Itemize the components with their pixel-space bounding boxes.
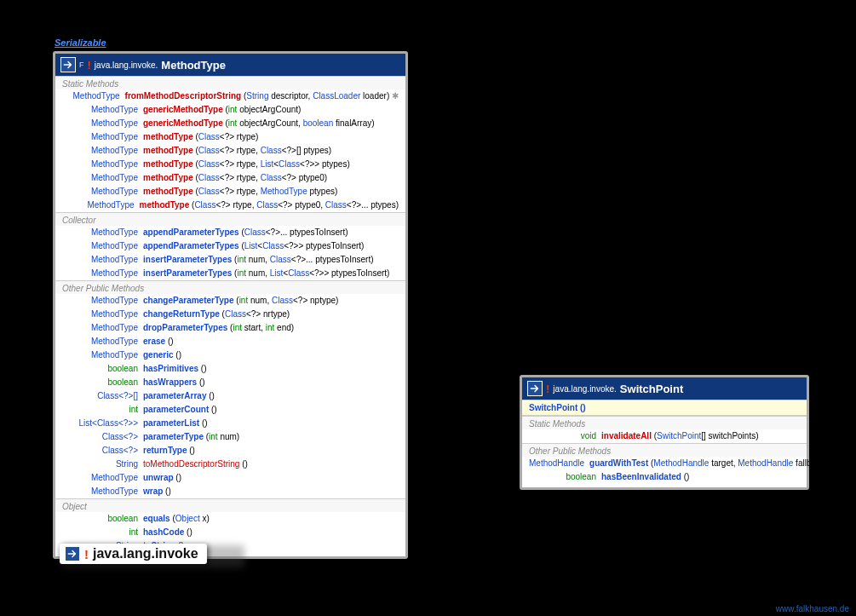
nav-arrow-icon[interactable] (60, 57, 76, 72)
method-row: MethodTypegenericMethodType (int objectA… (55, 117, 405, 130)
section-other-public: Other Public Methods (522, 443, 807, 457)
method-row: MethodTypeappendParameterTypes (Class<?>… (55, 226, 405, 239)
method-row: MethodTypeerase () (55, 335, 405, 348)
nav-arrow-icon[interactable] (527, 381, 543, 396)
method-row: Class<?>[]parameterArray () (55, 389, 405, 403)
method-row: MethodHandleguardWithTest (MethodHandle … (522, 457, 807, 470)
method-list-static: MethodTypefromMethodDescriptorString (St… (55, 89, 405, 212)
class-header-switchpoint: ! java.lang.invoke.SwitchPoint (522, 377, 807, 400)
method-row: MethodTypeunwrap () (55, 471, 405, 485)
class-package: java.lang.invoke. (95, 60, 158, 70)
method-row: Class<?>parameterType (int num) (55, 430, 405, 444)
section-static-methods: Static Methods (522, 416, 807, 429)
since-icon: ! (84, 547, 89, 561)
method-list-other: MethodHandleguardWithTest (MethodHandle … (522, 457, 807, 484)
method-row: MethodTypegeneric () (55, 348, 405, 362)
method-row: booleanhasPrimitives () (55, 362, 405, 376)
section-object: Object (55, 498, 405, 512)
method-row: MethodTypewrap () (55, 485, 405, 498)
constructor: SwitchPoint () (522, 400, 807, 416)
section-other-public: Other Public Methods (55, 280, 405, 294)
method-row: MethodTypemethodType (Class<?> rtype, Cl… (55, 171, 405, 185)
method-row: booleanhasBeenInvalidated () (522, 470, 807, 484)
method-row: MethodTypemethodType (Class<?> rtype, Cl… (55, 199, 405, 212)
watermark: www.falkhausen.de (776, 604, 849, 613)
method-row: MethodTypechangeReturnType (Class<?> nrt… (55, 308, 405, 321)
method-list-collector: MethodTypeappendParameterTypes (Class<?>… (55, 226, 405, 280)
method-row: booleanequals (Object x) (55, 512, 405, 526)
method-row: intparameterCount () (55, 403, 405, 417)
method-row: MethodTypemethodType (Class<?> rtype) (55, 130, 405, 144)
method-row: MethodTypemethodType (Class<?> rtype, Li… (55, 158, 405, 171)
method-row: inthashCode () (55, 526, 405, 539)
method-row: MethodTypedropParameterTypes (int start,… (55, 321, 405, 335)
method-list-other: MethodTypechangeParameterType (int num, … (55, 294, 405, 498)
method-row: voidinvalidateAll (SwitchPoint[] switchP… (522, 429, 807, 443)
method-row: MethodTypechangeParameterType (int num, … (55, 294, 405, 308)
package-title: java.lang.invoke (93, 546, 198, 561)
section-collector: Collector (55, 212, 405, 226)
class-package: java.lang.invoke. (553, 384, 617, 394)
method-row: StringtoMethodDescriptorString () (55, 458, 405, 471)
serializable-link[interactable]: Serializable (55, 37, 106, 48)
nav-arrow-icon[interactable] (65, 546, 80, 561)
class-box-methodtype: F ! java.lang.invoke.MethodType Static M… (53, 51, 408, 559)
method-row: MethodTypemethodType (Class<?> rtype, Cl… (55, 144, 405, 158)
method-row: booleanhasWrappers () (55, 376, 405, 389)
section-static-methods: Static Methods (55, 76, 405, 89)
class-header-methodtype: F ! java.lang.invoke.MethodType (55, 54, 405, 76)
class-name: SwitchPoint (620, 383, 683, 395)
method-row: MethodTypefromMethodDescriptorString (St… (55, 89, 405, 103)
method-row: MethodTypeappendParameterTypes (List<Cla… (55, 239, 405, 253)
method-row: List<Class<?>>parameterList () (55, 417, 405, 430)
method-row: MethodTypegenericMethodType (int objectA… (55, 103, 405, 117)
final-modifier: F (79, 60, 84, 69)
package-badge: ! java.lang.invoke (60, 544, 207, 564)
method-row: MethodTypemethodType (Class<?> rtype, Me… (55, 185, 405, 199)
class-box-switchpoint: ! java.lang.invoke.SwitchPoint SwitchPoi… (520, 375, 809, 490)
method-row: MethodTypeinsertParameterTypes (int num,… (55, 267, 405, 280)
method-row: Class<?>returnType () (55, 444, 405, 458)
method-row: MethodTypeinsertParameterTypes (int num,… (55, 253, 405, 267)
since-icon: ! (546, 383, 549, 395)
method-list-static: voidinvalidateAll (SwitchPoint[] switchP… (522, 429, 807, 443)
since-icon: ! (88, 59, 91, 72)
class-name: MethodType (161, 59, 226, 72)
